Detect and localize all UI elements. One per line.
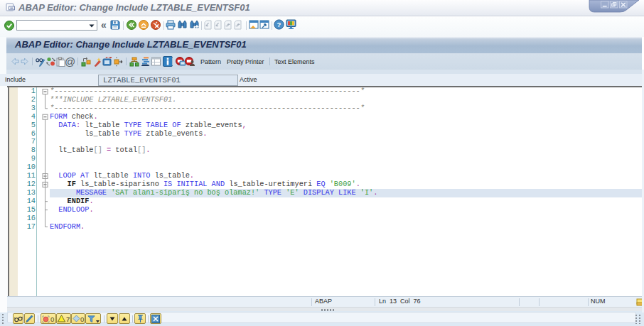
svg-text:?: ? bbox=[277, 21, 281, 28]
